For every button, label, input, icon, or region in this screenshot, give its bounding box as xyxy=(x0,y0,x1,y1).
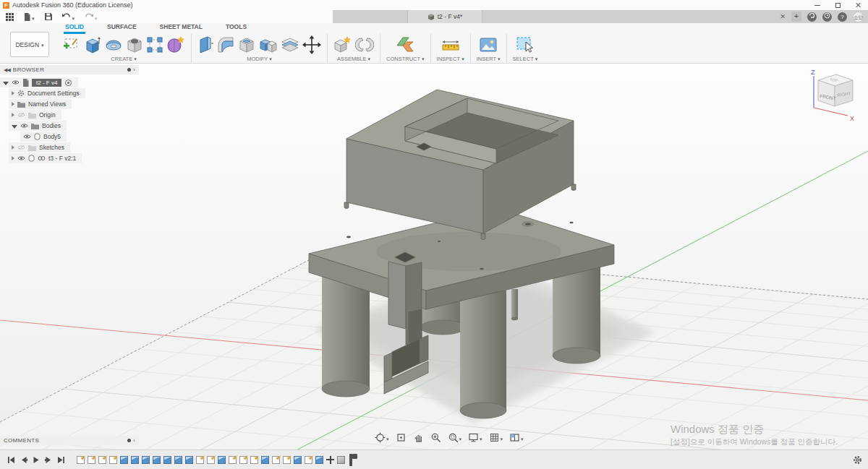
step-forward-button[interactable] xyxy=(45,456,52,464)
press-pull-button[interactable] xyxy=(197,35,213,54)
close-tab-button[interactable]: ✕ xyxy=(780,14,786,20)
expand-icon[interactable] xyxy=(12,125,17,129)
hole-button[interactable] xyxy=(126,36,143,53)
help-button[interactable]: ? xyxy=(838,12,847,22)
tab-sheet-metal[interactable]: SHEET METAL xyxy=(158,23,204,34)
browser-item-sketches[interactable]: Sketches xyxy=(9,142,70,152)
construct-plane-button[interactable] xyxy=(396,35,414,54)
timeline-feature-extrude[interactable] xyxy=(218,456,226,464)
insert-button[interactable] xyxy=(479,37,498,53)
timeline-feature-sketch[interactable] xyxy=(207,456,215,464)
browser-header[interactable]: ◀◀BROWSER › xyxy=(0,65,139,74)
fillet-button[interactable] xyxy=(216,35,235,54)
pattern-button[interactable] xyxy=(146,36,163,53)
workspace-selector[interactable]: DESIGN xyxy=(10,32,49,57)
revolve-button[interactable] xyxy=(104,37,123,53)
timeline-feature-extrude[interactable] xyxy=(185,456,193,464)
browser-item-linked-component[interactable]: t3 - F v2:1 xyxy=(9,153,82,163)
panel-expand-icon[interactable]: › xyxy=(133,67,135,72)
timeline-feature-sketch[interactable] xyxy=(305,456,312,464)
user-avatar[interactable]: 소안 xyxy=(853,12,864,22)
step-back-button[interactable] xyxy=(20,456,27,464)
eye-off-icon[interactable] xyxy=(17,112,25,118)
collapse-panel-icon[interactable]: ◀◀ xyxy=(4,67,10,73)
combine-button[interactable] xyxy=(259,36,278,53)
timeline-feature-sketch[interactable] xyxy=(283,456,291,464)
measure-button[interactable] xyxy=(441,37,461,53)
split-button[interactable] xyxy=(281,37,299,53)
timeline-feature-extrude[interactable] xyxy=(174,456,182,464)
timeline-feature-sketch[interactable] xyxy=(229,456,237,464)
new-tab-button[interactable]: + xyxy=(791,12,801,22)
undo-button[interactable] xyxy=(62,10,75,23)
panel-expand-icon[interactable]: › xyxy=(133,438,135,443)
timeline-feature-extrude[interactable] xyxy=(315,456,323,464)
timeline-feature-extrude[interactable] xyxy=(120,456,128,464)
expand-icon[interactable] xyxy=(12,156,14,160)
expand-icon[interactable] xyxy=(12,102,14,106)
eye-icon[interactable] xyxy=(12,79,20,85)
joint-button[interactable] xyxy=(355,36,374,53)
file-menu-button[interactable] xyxy=(24,10,35,23)
browser-item-bodies[interactable]: Bodies xyxy=(9,121,67,131)
play-button[interactable] xyxy=(33,456,40,464)
tab-solid[interactable]: SOLID xyxy=(64,23,85,34)
browser-item-origin[interactable]: Origin xyxy=(9,110,61,120)
tab-surface[interactable]: SURFACE xyxy=(106,23,138,34)
app-menu-button[interactable] xyxy=(6,13,14,21)
look-at-button[interactable] xyxy=(396,432,407,443)
timeline-feature-sketch[interactable] xyxy=(272,456,280,464)
create-sketch-button[interactable] xyxy=(62,36,81,53)
viewport[interactable]: ◀◀BROWSER › t2 - F v4 Document Settings xyxy=(0,64,868,449)
maximize-button[interactable] xyxy=(827,0,848,10)
select-button[interactable] xyxy=(516,35,535,54)
new-component-button[interactable] xyxy=(333,35,352,53)
eye-off-icon[interactable] xyxy=(17,145,25,150)
skip-to-end-button[interactable] xyxy=(57,456,65,464)
tab-tools[interactable]: TOOLS xyxy=(224,23,248,34)
timeline-feature-sketch[interactable] xyxy=(77,456,85,464)
group-label-assemble[interactable]: ASSEMBLE xyxy=(337,56,370,62)
timeline-feature-extrude[interactable] xyxy=(294,456,302,464)
timeline-feature-sketch[interactable] xyxy=(88,456,95,464)
expand-icon[interactable] xyxy=(12,91,14,95)
expand-icon[interactable] xyxy=(12,113,14,117)
timeline-feature-extrude[interactable] xyxy=(153,456,161,464)
zoom-button[interactable] xyxy=(430,432,441,443)
document-tab[interactable]: t2 - F v4* xyxy=(407,10,482,23)
viewports-button[interactable] xyxy=(509,431,524,444)
expand-icon[interactable] xyxy=(3,82,9,85)
panel-options-icon[interactable] xyxy=(127,439,131,442)
group-label-insert[interactable]: INSERT xyxy=(477,56,501,62)
group-label-select[interactable]: SELECT xyxy=(513,56,538,62)
timeline-feature-sketch[interactable] xyxy=(250,456,258,464)
shell-button[interactable] xyxy=(238,35,256,53)
skip-to-start-button[interactable] xyxy=(7,456,15,464)
grid-snap-button[interactable] xyxy=(489,431,503,444)
timeline-feature-sketch[interactable] xyxy=(98,456,106,464)
close-button[interactable] xyxy=(848,0,868,10)
expand-icon[interactable] xyxy=(12,145,14,150)
browser-item-body5[interactable]: Body5 xyxy=(20,132,67,142)
timeline-feature-extrude[interactable] xyxy=(142,456,150,464)
timeline-feature-extrude[interactable] xyxy=(131,456,139,464)
group-label-construct[interactable]: CONSTRUCT xyxy=(386,56,425,62)
browser-item-named-views[interactable]: Named Views xyxy=(9,99,72,109)
notification-button[interactable] xyxy=(822,12,832,22)
display-settings-button[interactable] xyxy=(468,431,482,444)
group-label-inspect[interactable]: INSPECT xyxy=(437,56,464,62)
timeline-feature-sketch[interactable] xyxy=(196,456,204,464)
browser-item-document-settings[interactable]: Document Settings xyxy=(9,88,85,98)
fit-button[interactable] xyxy=(448,431,462,444)
view-cube[interactable]: Z X TOP FRONT RIGHT xyxy=(799,66,861,129)
minimize-button[interactable] xyxy=(807,0,827,10)
timeline-feature-move[interactable] xyxy=(326,456,334,464)
timeline-feature-sketch[interactable] xyxy=(239,456,247,464)
eye-icon[interactable] xyxy=(23,134,31,139)
timeline-feature-form[interactable] xyxy=(337,456,345,464)
timeline-position-marker[interactable] xyxy=(349,454,352,466)
browser-item-root[interactable]: t2 - F v4 xyxy=(0,77,78,87)
extrude-button[interactable] xyxy=(84,35,101,54)
save-button[interactable] xyxy=(45,13,52,20)
timeline-feature-extrude[interactable] xyxy=(261,456,269,464)
